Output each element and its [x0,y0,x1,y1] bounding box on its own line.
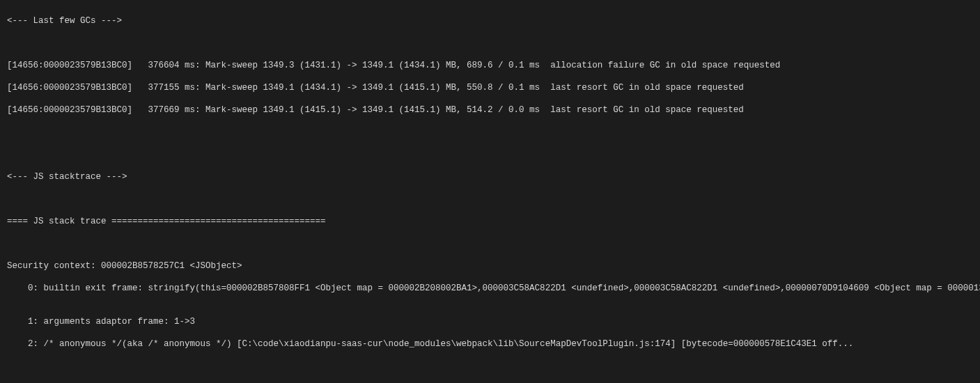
blank-line [7,149,973,160]
security-context: Security context: 000002B8578257C1 <JSOb… [7,260,973,272]
blank-line [7,38,973,49]
gc-line: [14656:0000023579B13BC0] 377155 ms: Mark… [7,82,973,93]
js-stack-trace-sep: ==== JS stack trace ====================… [7,216,973,227]
stack-frame: 1: arguments adaptor frame: 1->3 [7,316,973,327]
gc-line: [14656:0000023579B13BC0] 376604 ms: Mark… [7,60,973,71]
blank-line [7,238,973,249]
blank-line [7,361,973,372]
terminal-output[interactable]: <--- Last few GCs ---> [14656:0000023579… [0,0,980,383]
stack-frame: 2: /* anonymous */(aka /* anonymous */) … [7,338,973,350]
gc-header: <--- Last few GCs ---> [7,15,973,26]
blank-line [7,127,973,138]
js-stacktrace-header: <--- JS stacktrace ---> [7,171,973,182]
blank-line [7,194,973,205]
gc-line: [14656:0000023579B13BC0] 377669 ms: Mark… [7,104,973,116]
stack-frame: 0: builtin exit frame: stringify(this=00… [7,283,973,294]
